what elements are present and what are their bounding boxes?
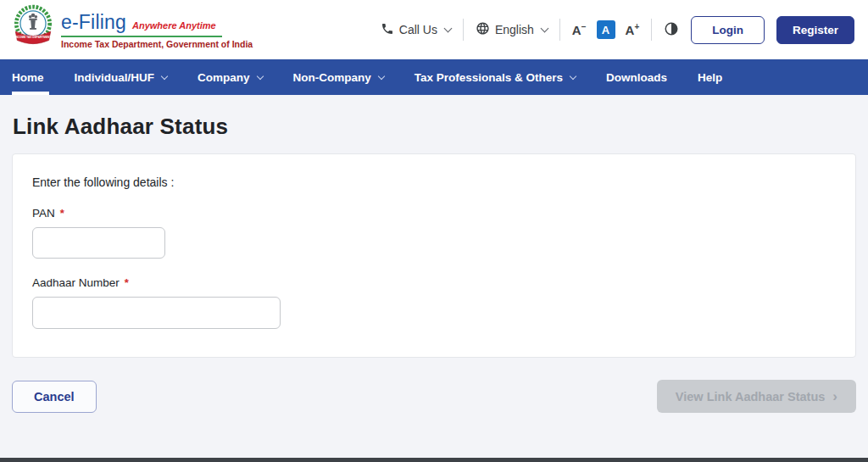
globe-icon [476, 21, 490, 38]
view-link-aadhaar-status-button[interactable]: View Link Aadhaar Status › [657, 380, 856, 413]
chevron-down-icon [443, 25, 452, 33]
nav-item-help[interactable]: Help [682, 59, 737, 95]
income-tax-emblem-icon: INCOME TAX DEPARTMENT [12, 4, 54, 55]
aadhaar-number-label: Aadhaar Number * [32, 276, 836, 289]
nav-item-home[interactable]: Home [0, 59, 59, 95]
divider [651, 19, 652, 41]
cancel-button[interactable]: Cancel [12, 381, 97, 413]
font-increase-button[interactable]: A+ [626, 23, 640, 36]
brand[interactable]: INCOME TAX DEPARTMENT e-Filing Anywhere … [12, 4, 253, 55]
nav-item-tax-professionals[interactable]: Tax Professionals & Others [399, 59, 591, 95]
brand-department-line: Income Tax Department, Government of Ind… [61, 39, 253, 49]
call-us-label: Call Us [399, 23, 437, 36]
font-default-button[interactable]: A [597, 20, 615, 39]
chevron-down-icon [570, 73, 576, 80]
svg-text:INCOME TAX DEPARTMENT: INCOME TAX DEPARTMENT [15, 36, 52, 39]
page-title: Link Aadhaar Status [13, 114, 868, 140]
chevron-down-icon [540, 25, 548, 33]
login-button[interactable]: Login [691, 16, 765, 44]
contrast-toggle-button[interactable] [664, 21, 679, 39]
form-actions: Cancel View Link Aadhaar Status › [12, 380, 856, 413]
chevron-right-icon: › [832, 389, 837, 404]
form-intro-text: Enter the following details : [32, 175, 836, 189]
call-us-menu[interactable]: Call Us [381, 22, 451, 38]
brand-divider [61, 36, 222, 37]
contrast-icon [664, 21, 679, 39]
top-header: INCOME TAX DEPARTMENT e-Filing Anywhere … [0, 0, 868, 59]
font-size-controls: A− A A+ [572, 20, 639, 39]
nav-item-company[interactable]: Company [182, 59, 278, 95]
nav-item-non-company[interactable]: Non-Company [278, 59, 399, 95]
pan-label: PAN * [32, 207, 836, 220]
chevron-down-icon [378, 73, 385, 80]
brand-tagline: Anywhere Anytime [132, 20, 216, 31]
font-decrease-button[interactable]: A− [572, 23, 587, 36]
chevron-down-icon [161, 73, 168, 80]
language-menu[interactable]: English [476, 21, 548, 38]
divider [463, 19, 464, 41]
chevron-down-icon [256, 73, 263, 80]
link-aadhaar-status-form-card: Enter the following details : PAN * Aadh… [12, 153, 856, 358]
divider [559, 19, 560, 41]
pan-input[interactable] [32, 227, 165, 259]
required-asterisk: * [125, 276, 129, 289]
language-label: English [495, 23, 534, 36]
brand-text: e-Filing Anywhere Anytime Income Tax Dep… [61, 11, 253, 49]
register-button[interactable]: Register [776, 16, 854, 44]
nav-item-downloads[interactable]: Downloads [591, 59, 682, 95]
header-controls: Call Us English A− A A+ Login Register [381, 16, 854, 44]
nav-item-individual-huf[interactable]: Individual/HUF [59, 59, 183, 95]
brand-efiling: e-Filing [61, 11, 126, 34]
main-nav: Home Individual/HUF Company Non-Company … [0, 59, 868, 95]
phone-icon [381, 22, 394, 38]
footer-top-edge [0, 458, 868, 462]
required-asterisk: * [60, 207, 64, 220]
aadhaar-number-input[interactable] [32, 297, 281, 329]
